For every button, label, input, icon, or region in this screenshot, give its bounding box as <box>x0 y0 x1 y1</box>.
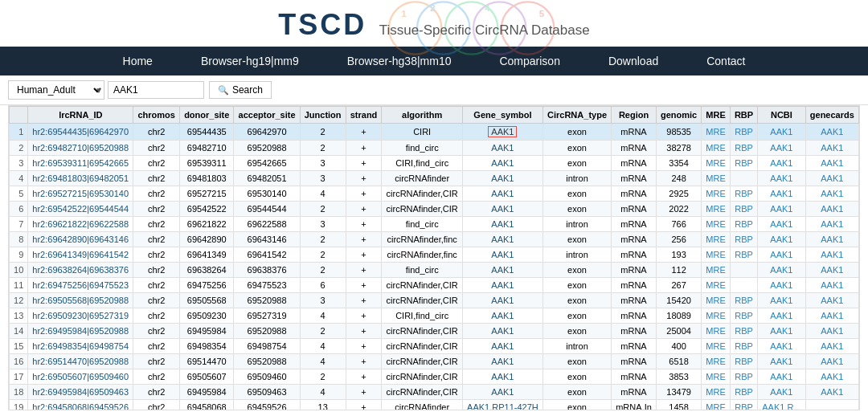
lrna-id[interactable]: hr2:69475256|69475523 <box>28 278 133 293</box>
mre[interactable]: MRE <box>702 324 731 339</box>
gene-symbol-link[interactable]: AAK1 <box>491 204 514 214</box>
mre-link[interactable]: MRE <box>706 357 725 366</box>
mre[interactable]: MRE <box>702 308 731 324</box>
mre-link[interactable]: MRE <box>706 280 725 290</box>
ncbi-link[interactable]: AAK1 <box>770 204 792 214</box>
ncbi-link[interactable]: AAK1 <box>770 219 792 229</box>
genecards-link[interactable]: AAK1 <box>821 387 843 397</box>
gene-symbol[interactable]: AAK1 <box>462 124 542 141</box>
genecards[interactable]: AAK1 <box>805 308 858 324</box>
lrna-id[interactable]: hr2:69542522|69544544 <box>28 202 133 217</box>
gene-symbol-link[interactable]: AAK1 <box>491 235 514 244</box>
lrna-id[interactable]: hr2:69481803|69482051 <box>28 171 133 186</box>
rbp[interactable]: RBP <box>730 156 757 171</box>
gene-symbol-link[interactable]: AAK1 <box>491 158 514 168</box>
rbp-link[interactable]: RBP <box>735 189 753 198</box>
rbp-link[interactable]: RBP <box>735 387 753 397</box>
lrna-id[interactable]: hr2:69495984|69520988 <box>28 324 133 339</box>
rbp-link[interactable]: RBP <box>735 219 753 229</box>
rbp[interactable]: RBP <box>730 354 757 369</box>
mre-link[interactable]: MRE <box>706 311 725 320</box>
species-dropdown[interactable]: Human_Adult Human_Fetal Mouse_Adult Mous… <box>8 80 104 100</box>
rbp[interactable]: RBP <box>730 247 757 263</box>
mre-link[interactable]: MRE <box>706 326 725 336</box>
ncbi-link[interactable]: AAK1 <box>770 357 792 366</box>
lrna-id[interactable]: hr2:69539311|69542665 <box>28 156 133 171</box>
rbp[interactable]: RBP <box>730 217 757 232</box>
rbp[interactable] <box>730 263 757 278</box>
mre[interactable]: MRE <box>702 278 731 293</box>
rbp-link[interactable]: RBP <box>735 326 753 336</box>
gene-symbol[interactable]: AAK1 <box>462 217 542 232</box>
genecards-link[interactable]: AAK1 <box>821 280 843 290</box>
ncbi-link[interactable]: AAK1 <box>770 250 792 259</box>
genecards-link[interactable]: AAK1 <box>821 357 843 366</box>
ncbi[interactable]: AAK1 <box>758 293 805 308</box>
mre[interactable]: MRE <box>702 263 731 278</box>
gene-symbol-link[interactable]: AAK1 <box>491 250 514 259</box>
genecards-link[interactable]: AAK1 <box>821 173 843 183</box>
lrna-id[interactable]: hr2:69495984|69509463 <box>28 385 133 400</box>
ncbi[interactable]: AAK1,R... <box>758 400 805 411</box>
genecards[interactable]: AAK1 <box>805 156 858 171</box>
mre-link[interactable]: MRE <box>706 250 725 259</box>
mre[interactable]: MRE <box>702 400 731 411</box>
genecards-link[interactable]: AAK1 <box>821 204 843 214</box>
lrna-id[interactable]: hr2:69527215|69530140 <box>28 186 133 202</box>
rbp[interactable]: RBP <box>730 385 757 400</box>
genecards[interactable]: AAK1 <box>805 141 858 156</box>
ncbi-link[interactable]: AAK1 <box>770 372 792 381</box>
rbp-link[interactable]: RBP <box>735 311 753 320</box>
ncbi[interactable]: AAK1 <box>758 186 805 202</box>
mre[interactable]: MRE <box>702 354 731 369</box>
mre-link[interactable]: MRE <box>706 387 725 397</box>
mre-link[interactable]: MRE <box>706 189 725 198</box>
ncbi[interactable]: AAK1 <box>758 124 805 141</box>
gene-symbol-link[interactable]: AAK1 <box>491 173 514 183</box>
genecards-link[interactable]: AAK1 <box>821 189 843 198</box>
genecards[interactable]: AAK1 <box>805 278 858 293</box>
lrna-id[interactable]: hr2:69621822|69622588 <box>28 217 133 232</box>
rbp-link[interactable]: RBP <box>735 296 753 305</box>
lrna-id[interactable]: hr2:69458068|69459526 <box>28 400 133 411</box>
mre[interactable]: MRE <box>702 141 731 156</box>
mre-link[interactable]: MRE <box>706 402 725 410</box>
gene-symbol[interactable]: AAK1 <box>462 202 542 217</box>
ncbi[interactable]: AAK1 <box>758 324 805 339</box>
genecards[interactable]: AAK1 <box>805 385 858 400</box>
mre-link[interactable]: MRE <box>706 341 725 351</box>
rbp[interactable]: RBP <box>730 202 757 217</box>
genecards[interactable]: AAK1 <box>805 186 858 202</box>
lrna-id[interactable]: hr2:69505607|69509460 <box>28 369 133 385</box>
ncbi-link[interactable]: AAK1 <box>770 326 792 336</box>
genecards[interactable]: AAK1 <box>805 339 858 354</box>
gene-symbol[interactable]: AAK1 <box>462 156 542 171</box>
ncbi-link[interactable]: AAK1 <box>770 387 792 397</box>
ncbi[interactable]: AAK1 <box>758 339 805 354</box>
mre-link[interactable]: MRE <box>706 204 725 214</box>
ncbi[interactable]: AAK1 <box>758 247 805 263</box>
gene-symbol-link[interactable]: AAK1 <box>491 311 514 320</box>
rbp[interactable]: RBP <box>730 124 757 141</box>
rbp-link[interactable]: RBP <box>735 357 753 366</box>
gene-symbol[interactable]: AAK1 <box>462 247 542 263</box>
ncbi-link[interactable]: AAK1 <box>770 143 792 153</box>
ncbi-link[interactable]: AAK1 <box>770 311 792 320</box>
genecards[interactable]: AAK1 <box>805 354 858 369</box>
ncbi-link[interactable]: AAK1 <box>770 127 792 137</box>
gene-symbol-link[interactable]: AAK1 <box>491 280 514 290</box>
mre[interactable]: MRE <box>702 385 731 400</box>
mre[interactable]: MRE <box>702 202 731 217</box>
lrna-id[interactable]: hr2:69482710|69520988 <box>28 141 133 156</box>
genecards[interactable]: AAK1 <box>805 217 858 232</box>
rbp-link[interactable]: RBP <box>735 158 753 168</box>
genecards-link[interactable]: AAK1 <box>821 372 843 381</box>
ncbi[interactable]: AAK1 <box>758 278 805 293</box>
ncbi[interactable]: AAK1 <box>758 156 805 171</box>
ncbi-link[interactable]: AAK1 <box>770 235 792 244</box>
ncbi[interactable]: AAK1 <box>758 141 805 156</box>
lrna-id[interactable]: hr2:69638264|69638376 <box>28 263 133 278</box>
rbp-link[interactable]: RBP <box>735 341 753 351</box>
rbp[interactable]: RBP <box>730 141 757 156</box>
ncbi[interactable]: AAK1 <box>758 171 805 186</box>
